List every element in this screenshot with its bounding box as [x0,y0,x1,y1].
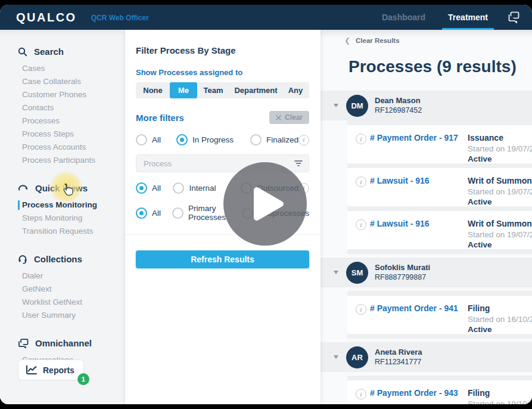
reports-badge: 1 [77,373,89,385]
sidebar-item-case-collaterals[interactable]: Case Collaterals [22,75,125,88]
radio-stage-in-progress[interactable]: In Progress [176,134,250,145]
sidebar-item-processes[interactable]: Processes [22,114,125,128]
process-started: Started on 19/07/20 [468,144,532,154]
process-link[interactable]: # Payment Order - 943 [370,388,458,398]
segment-me[interactable]: Me [170,82,197,98]
results-list: DM Dean Mason RF126987452 # Payment Orde… [321,91,532,404]
radio-source-all[interactable]: All [136,182,173,194]
qualco-logo: QUALCO [16,11,77,24]
sidebar-item-process-participants[interactable]: Process Participants [22,154,125,167]
sidebar-section-quick-views: Quick Views Process Monitoring Steps Mon… [18,183,125,238]
sidebar-item-transition-requests[interactable]: Transition Requests [22,225,125,238]
segment-department[interactable]: Department [229,82,282,98]
stage-info-icon[interactable] [298,135,309,145]
radio-stage-all[interactable]: All [136,134,176,145]
info-icon[interactable] [356,134,366,144]
process-card: # Lawsuit - 916 Writ of Summons Started … [347,168,532,206]
sidebar-item-customer-phones[interactable]: Customer Phones [22,88,125,101]
info-icon[interactable] [356,389,366,399]
sidebar-item-process-steps[interactable]: Process Steps [22,128,125,141]
sidebar-header-quick-views: Quick Views [18,183,125,193]
process-stage: Issuance [468,133,532,144]
sidebar-item-process-accounts[interactable]: Process Accounts [22,141,125,154]
process-link[interactable]: # Lawsuit - 916 [370,219,430,228]
process-stage: Filing [468,388,532,399]
radio-circle [250,134,262,145]
assigned-to-segmented-control: None Me Team Department Any [136,82,309,98]
section-title: Search [34,47,64,57]
sidebar-header-collections: Collections [18,254,125,264]
sidebar-item-user-summary[interactable]: User Summary [22,309,125,322]
top-navbar: QUALCO QCR Web Officer Dashboard Treatme… [0,5,532,30]
video-play-button[interactable] [223,162,307,246]
process-link[interactable]: # Payment Order - 941 [370,303,458,313]
person-row-sofoklis-murati[interactable]: SM Sofoklis Murati RF8887799887 [321,258,532,287]
card-stack: # Payment Order - 917 Issuance Started o… [347,120,532,254]
sidebar-section-collections: Collections Dialer GetNext Worklist GetN… [18,254,125,322]
avatar: DM [346,95,368,117]
person-ref: RF8887799887 [375,272,430,282]
process-card: # Payment Order - 941 Filing Started on … [347,296,532,334]
quick-views-icon [18,184,29,193]
segment-any[interactable]: Any [282,82,309,98]
top-nav: Dashboard Treatment [365,5,494,30]
person-ref: RF112341777 [375,357,422,367]
section-title: Omnichannel [35,338,92,348]
collections-headset-icon [18,255,27,264]
app-title: QCR Web Officer [91,14,149,22]
process-status: Active [468,324,532,335]
more-filters-label: More filters [136,113,184,123]
radio-stage-finalized[interactable]: Finalized [250,134,298,145]
person-name: Aneta Rivera [375,348,422,357]
segment-team[interactable]: Team [197,82,229,98]
stage-radio-group: All In Progress Finalized [136,134,309,145]
process-stage: Writ of Summons [468,176,532,187]
chat-icon[interactable] [507,11,520,23]
info-icon[interactable] [356,304,366,315]
chevron-left-icon: ❮ [344,36,350,45]
info-icon[interactable] [356,176,366,187]
chevron-down-icon[interactable] [334,355,338,359]
reports-chart-icon [26,365,38,375]
sidebar-item-contacts[interactable]: Contacts [22,101,125,114]
segment-none[interactable]: None [136,82,170,98]
chevron-down-icon[interactable] [334,104,338,107]
sidebar-header-omnichannel: Omnichannel [18,338,125,348]
process-card: # Lawsuit - 916 Writ of Summons Started … [347,211,532,249]
process-card: # Payment Order - 917 Issuance Started o… [347,125,532,163]
sidebar-item-steps-monitoring[interactable]: Steps Monitoring [22,212,125,225]
process-started: Started on 19/07/20 [468,187,532,197]
person-row-aneta-rivera[interactable]: AR Aneta Rivera RF112341777 [321,342,532,372]
clear-results-link[interactable]: ❮ Clear Results [344,36,400,45]
radio-circle [176,134,188,145]
sidebar-item-cases[interactable]: Cases [22,62,125,75]
info-icon[interactable] [356,219,366,230]
radio-level-all[interactable]: All [136,207,172,219]
person-row-dean-mason[interactable]: DM Dean Mason RF126987452 [321,91,532,120]
reports-label: Reports [43,365,74,375]
avatar: SM [346,262,368,284]
clear-filters-button[interactable]: Clear [269,111,309,124]
reports-button[interactable]: Reports 1 [18,360,84,380]
sidebar-item-worklist-getnext[interactable]: Worklist GetNext [22,296,125,309]
sidebar-item-dialer[interactable]: Dialer [22,269,125,283]
sidebar-item-process-monitoring[interactable]: Process Monitoring [22,199,125,212]
process-link[interactable]: # Lawsuit - 916 [370,176,430,185]
sidebar-item-getnext[interactable]: GetNext [22,283,125,296]
refresh-results-button[interactable]: Refresh Results [136,250,309,268]
avatar: AR [346,346,368,368]
process-stage: Writ of Summons [468,219,532,230]
radio-circle [136,207,147,219]
process-card: # Payment Order - 943 Filing Started on … [347,380,532,404]
nav-dashboard[interactable]: Dashboard [376,5,431,30]
chevron-down-icon[interactable] [334,271,338,274]
nav-treatment[interactable]: Treatment [442,5,494,30]
results-heading: Processes (9 results) [349,57,532,76]
person-name: Sofoklis Murati [375,263,430,272]
process-status: Active [468,154,532,165]
radio-circle [173,182,184,194]
omnichannel-chat-icon [18,339,29,348]
process-link[interactable]: # Payment Order - 917 [370,133,458,142]
radio-circle [136,182,147,194]
results-panel: ❮ Clear Results Processes (9 results) DM… [321,30,532,404]
